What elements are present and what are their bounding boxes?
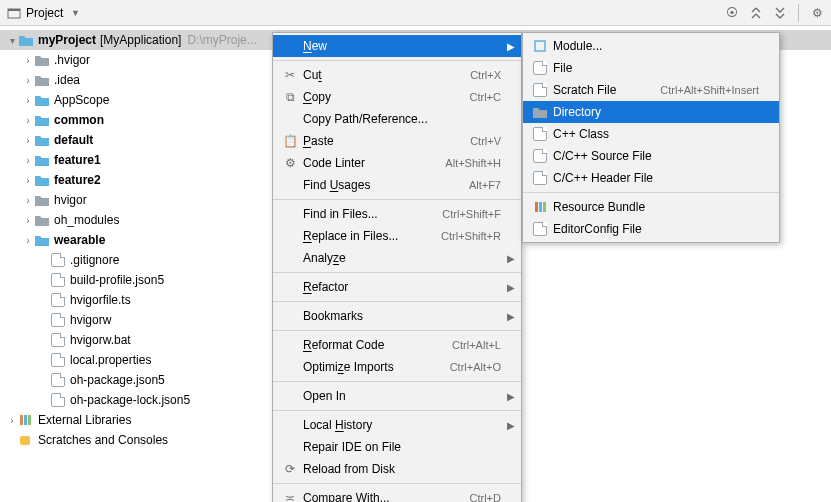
menu-item[interactable]: File xyxy=(523,57,779,79)
menu-item-icon xyxy=(529,105,551,119)
menu-item-label: Find in Files... xyxy=(301,207,422,221)
file-icon xyxy=(50,272,66,288)
menu-item-icon xyxy=(529,171,551,185)
menu-shortcut: Ctrl+Shift+R xyxy=(441,230,501,242)
menu-item[interactable]: Scratch FileCtrl+Alt+Shift+Insert xyxy=(523,79,779,101)
menu-item[interactable]: 📋PasteCtrl+V xyxy=(273,130,521,152)
svg-rect-5 xyxy=(20,436,30,445)
menu-item[interactable]: C/C++ Source File xyxy=(523,145,779,167)
menu-shortcut: Alt+F7 xyxy=(469,179,501,191)
toolbar-separator xyxy=(798,4,799,22)
file-icon xyxy=(50,352,66,368)
menu-item[interactable]: Optimize ImportsCtrl+Alt+O xyxy=(273,356,521,378)
tree-label: .gitignore xyxy=(70,253,119,267)
tree-label: hvigorfile.ts xyxy=(70,293,131,307)
tree-label: build-profile.json5 xyxy=(70,273,164,287)
menu-separator xyxy=(273,381,521,382)
menu-item[interactable]: Copy Path/Reference... xyxy=(273,108,521,130)
menu-item-label: C/C++ Source File xyxy=(551,149,759,163)
tree-label: default xyxy=(54,133,93,147)
tree-root-path: D:\myProje... xyxy=(187,33,256,47)
menu-item[interactable]: Find UsagesAlt+F7 xyxy=(273,174,521,196)
menu-shortcut: Ctrl+Alt+L xyxy=(452,339,501,351)
menu-separator xyxy=(273,330,521,331)
menu-item-label: Repair IDE on File xyxy=(301,440,501,454)
collapse-all-icon[interactable] xyxy=(772,5,788,21)
file-icon xyxy=(50,372,66,388)
menu-item-label: Paste xyxy=(301,134,450,148)
svg-rect-3 xyxy=(24,415,27,425)
chevron-right-icon[interactable]: › xyxy=(22,155,34,166)
menu-item-label: Reformat Code xyxy=(301,338,432,352)
menu-shortcut: Ctrl+V xyxy=(470,135,501,147)
menu-item[interactable]: C/C++ Header File xyxy=(523,167,779,189)
file-icon xyxy=(50,252,66,268)
menu-item-icon: ✂ xyxy=(279,68,301,82)
menu-item-label: Open In xyxy=(301,389,501,403)
menu-item-icon xyxy=(529,127,551,141)
menu-item-label: Code Linter xyxy=(301,156,425,170)
svg-rect-2 xyxy=(20,415,23,425)
expand-all-icon[interactable] xyxy=(748,5,764,21)
project-view-icon[interactable] xyxy=(6,5,22,21)
chevron-down-icon[interactable]: ▾ xyxy=(6,35,18,46)
gear-icon[interactable]: ⚙ xyxy=(809,5,825,21)
chevron-right-icon[interactable]: › xyxy=(22,55,34,66)
menu-item[interactable]: Reformat CodeCtrl+Alt+L xyxy=(273,334,521,356)
folder-icon xyxy=(34,52,50,68)
tree-label: .idea xyxy=(54,73,80,87)
chevron-right-icon[interactable]: › xyxy=(22,75,34,86)
menu-separator xyxy=(273,60,521,61)
source-folder-icon xyxy=(34,112,50,128)
chevron-down-icon[interactable]: ▼ xyxy=(67,5,83,21)
menu-item[interactable]: Open In▶ xyxy=(273,385,521,407)
file-icon xyxy=(50,392,66,408)
menu-item[interactable]: Directory xyxy=(523,101,779,123)
tree-label: External Libraries xyxy=(38,413,131,427)
svg-rect-1 xyxy=(8,9,20,11)
menu-item[interactable]: Refactor▶ xyxy=(273,276,521,298)
chevron-right-icon[interactable]: › xyxy=(6,415,18,426)
select-opened-file-icon[interactable]: ⦿ xyxy=(724,5,740,21)
menu-item[interactable]: ✂CutCtrl+X xyxy=(273,64,521,86)
menu-shortcut: Ctrl+X xyxy=(470,69,501,81)
menu-shortcut: Alt+Shift+H xyxy=(445,157,501,169)
svg-rect-6 xyxy=(535,41,545,51)
tree-label: common xyxy=(54,113,104,127)
chevron-right-icon[interactable]: › xyxy=(22,95,34,106)
tree-label: feature1 xyxy=(54,153,101,167)
menu-item[interactable]: Find in Files...Ctrl+Shift+F xyxy=(273,203,521,225)
file-icon xyxy=(50,312,66,328)
menu-item-label: Resource Bundle xyxy=(551,200,759,214)
svg-rect-8 xyxy=(539,202,542,212)
menu-item[interactable]: Bookmarks▶ xyxy=(273,305,521,327)
menu-item-icon xyxy=(529,200,551,214)
menu-item[interactable]: EditorConfig File xyxy=(523,218,779,240)
chevron-right-icon[interactable]: › xyxy=(22,235,34,246)
menu-item[interactable]: Analyze▶ xyxy=(273,247,521,269)
menu-item[interactable]: Replace in Files...Ctrl+Shift+R xyxy=(273,225,521,247)
chevron-right-icon[interactable]: › xyxy=(22,135,34,146)
menu-item[interactable]: Module... xyxy=(523,35,779,57)
menu-item[interactable]: Local History▶ xyxy=(273,414,521,436)
submenu-arrow-icon: ▶ xyxy=(507,253,515,264)
chevron-right-icon[interactable]: › xyxy=(22,115,34,126)
menu-item[interactable]: C++ Class xyxy=(523,123,779,145)
project-label[interactable]: Project xyxy=(26,6,63,20)
menu-item[interactable]: Repair IDE on File xyxy=(273,436,521,454)
menu-item[interactable]: ⧉CopyCtrl+C xyxy=(273,86,521,108)
menu-item[interactable]: New▶ xyxy=(273,35,521,57)
menu-item[interactable]: Resource Bundle xyxy=(523,196,779,218)
chevron-right-icon[interactable]: › xyxy=(22,215,34,226)
svg-rect-9 xyxy=(543,202,546,212)
new-submenu: Module...FileScratch FileCtrl+Alt+Shift+… xyxy=(522,32,780,243)
folder-icon xyxy=(34,192,50,208)
menu-item-label: Cut xyxy=(301,68,450,82)
submenu-arrow-icon: ▶ xyxy=(507,391,515,402)
menu-shortcut: Ctrl+Shift+F xyxy=(442,208,501,220)
libraries-icon xyxy=(18,412,34,428)
tree-label: hvigorw.bat xyxy=(70,333,131,347)
menu-item[interactable]: ⚙Code LinterAlt+Shift+H xyxy=(273,152,521,174)
chevron-right-icon[interactable]: › xyxy=(22,195,34,206)
chevron-right-icon[interactable]: › xyxy=(22,175,34,186)
